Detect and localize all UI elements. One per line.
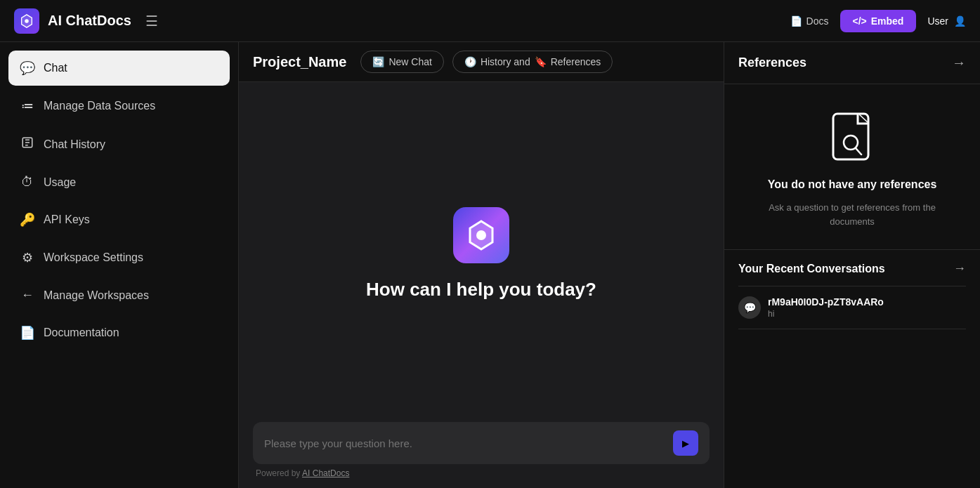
conversation-avatar: 💬 [738, 296, 761, 319]
references-panel: References → You do not have any referen… [724, 42, 980, 488]
history-label: History and [481, 56, 530, 67]
history-clock-icon: 🕐 [464, 56, 476, 67]
usage-icon: ⏱ [20, 175, 35, 190]
send-icon: ▶ [682, 438, 689, 449]
docs-icon: 📄 [790, 15, 802, 27]
sidebar-label-api-keys: API Keys [44, 213, 90, 226]
chat-logo [453, 207, 509, 263]
sidebar-item-chat-history[interactable]: Chat History [8, 126, 230, 162]
main-layout: 💬 Chat ≔ Manage Data Sources Chat Histor… [0, 42, 980, 488]
user-button[interactable]: User 👤 [927, 15, 966, 27]
sidebar-label-workspace-settings: Workspace Settings [44, 251, 143, 264]
new-chat-button[interactable]: 🔄 New Chat [360, 51, 443, 73]
project-name: Project_Name [253, 54, 346, 70]
divider [738, 286, 966, 286]
svg-line-5 [856, 148, 861, 154]
conversation-item[interactable]: 💬 rM9aH0I0DJ-pZT8vAARo hi [738, 289, 966, 326]
conversation-preview: hi [768, 309, 884, 319]
hamburger-icon[interactable]: ☰ [145, 13, 158, 29]
content-area: Project_Name 🔄 New Chat 🕐 History and 🔖 … [239, 42, 724, 488]
references-title: References [738, 55, 806, 70]
powered-by: Powered by AI ChatDocs [253, 464, 710, 481]
embed-code-icon: </> [853, 15, 867, 27]
sidebar-label-manage-workspaces: Manage Workspaces [44, 289, 149, 302]
new-chat-label: New Chat [388, 56, 431, 67]
top-nav-right: 📄 Docs </> Embed User 👤 [790, 10, 966, 32]
chat-input-area: ▶ Powered by AI ChatDocs [239, 411, 724, 488]
sidebar-item-manage-data-sources[interactable]: ≔ Manage Data Sources [8, 88, 230, 124]
conversation-id: rM9aH0I0DJ-pZT8vAARo [768, 296, 884, 308]
workspace-settings-icon: ⚙ [20, 250, 35, 265]
app-title: AI ChatDocs [48, 13, 131, 29]
chat-welcome-text: How can I help you today? [366, 279, 596, 301]
sidebar-label-chat-history: Chat History [44, 138, 105, 151]
powered-by-link[interactable]: AI ChatDocs [302, 468, 349, 478]
svg-point-0 [25, 19, 29, 23]
sidebar-item-api-keys[interactable]: 🔑 API Keys [8, 202, 230, 237]
divider-bottom [738, 329, 966, 329]
recent-conversations: Your Recent Conversations → 💬 rM9aH0I0DJ… [724, 250, 980, 343]
recent-conversations-header: Your Recent Conversations → [738, 261, 966, 276]
svg-point-2 [476, 230, 486, 240]
sidebar-label-manage-data-sources: Manage Data Sources [44, 100, 155, 112]
sidebar-item-manage-workspaces[interactable]: ← Manage Workspaces [8, 278, 230, 312]
sidebar-item-chat[interactable]: 💬 Chat [8, 51, 230, 86]
sidebar-label-documentation: Documentation [44, 327, 119, 339]
recent-conversations-arrow-icon[interactable]: → [953, 261, 966, 276]
sidebar-label-chat: Chat [44, 62, 67, 74]
new-chat-refresh-icon: 🔄 [372, 56, 384, 67]
ref-empty-title: You do not have any references [768, 178, 937, 191]
recent-conversations-title: Your Recent Conversations [738, 263, 885, 275]
references-header: References → [724, 42, 980, 84]
chat-header: Project_Name 🔄 New Chat 🕐 History and 🔖 … [239, 42, 724, 82]
embed-label: Embed [871, 15, 904, 27]
chat-main: How can I help you today? [239, 82, 724, 411]
references-label: References [551, 56, 601, 67]
doc-search-icon [828, 112, 877, 169]
top-nav: AI ChatDocs ☰ 📄 Docs </> Embed User 👤 [0, 0, 980, 42]
embed-button[interactable]: </> Embed [840, 10, 917, 32]
sidebar-item-documentation[interactable]: 📄 Documentation [8, 315, 230, 350]
sidebar: 💬 Chat ≔ Manage Data Sources Chat Histor… [0, 42, 239, 488]
chat-icon: 💬 [20, 60, 35, 76]
docs-button[interactable]: 📄 Docs [790, 15, 829, 27]
sidebar-item-usage[interactable]: ⏱ Usage [8, 165, 230, 199]
sidebar-item-workspace-settings[interactable]: ⚙ Workspace Settings [8, 240, 230, 275]
history-references-button[interactable]: 🕐 History and 🔖 References [452, 51, 613, 73]
top-nav-left: AI ChatDocs ☰ [14, 8, 158, 34]
conversation-content: rM9aH0I0DJ-pZT8vAARo hi [768, 296, 884, 319]
ref-empty-sub: Ask a question to get references from th… [745, 201, 959, 228]
chat-input[interactable] [264, 437, 666, 449]
references-bookmark-icon: 🔖 [535, 56, 547, 67]
app-logo-icon [14, 8, 39, 34]
sidebar-label-usage: Usage [44, 176, 76, 189]
send-button[interactable]: ▶ [673, 430, 698, 456]
documentation-icon: 📄 [20, 325, 35, 341]
references-empty-state: You do not have any references Ask a que… [724, 84, 980, 250]
references-arrow-icon[interactable]: → [952, 55, 966, 71]
user-icon: 👤 [954, 15, 966, 27]
manage-workspaces-icon: ← [20, 288, 35, 303]
docs-label: Docs [806, 15, 829, 27]
user-label: User [927, 15, 948, 27]
manage-data-sources-icon: ≔ [20, 98, 35, 114]
chat-history-icon [20, 136, 35, 152]
api-keys-icon: 🔑 [20, 212, 35, 227]
chat-input-wrapper: ▶ [253, 422, 710, 464]
